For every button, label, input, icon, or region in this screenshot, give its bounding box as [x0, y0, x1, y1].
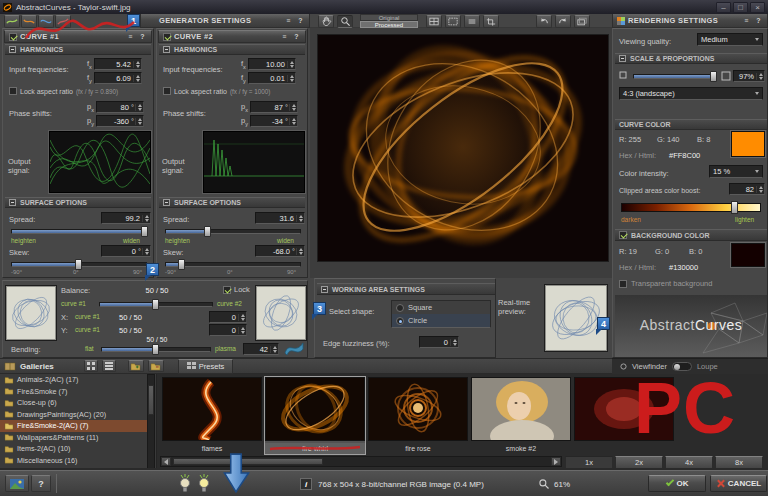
shape-option-square[interactable]: Square [392, 301, 490, 314]
collapse-icon[interactable] [321, 286, 328, 293]
skew-slider[interactable] [165, 262, 301, 267]
scrollbar-thumb[interactable] [148, 385, 154, 415]
menu-icon[interactable]: ≡ [280, 33, 289, 40]
collapse-icon[interactable] [9, 199, 16, 206]
lock-aspect-checkbox[interactable] [163, 87, 171, 95]
main-preview[interactable] [317, 34, 609, 262]
spinner-arrows[interactable] [756, 186, 763, 193]
shape-option-circle[interactable]: Circle [392, 314, 490, 327]
spinner-arrows[interactable] [296, 215, 303, 222]
menu-icon[interactable]: ≡ [284, 17, 293, 24]
spinner-arrows[interactable] [450, 339, 457, 346]
random-curves-button-3[interactable] [38, 15, 54, 28]
px-spinner[interactable]: 87° [250, 101, 298, 113]
bending-slider[interactable] [101, 347, 211, 352]
edge-fuzziness-spinner[interactable]: 0 [419, 336, 459, 348]
bending-preview-icon[interactable] [283, 339, 305, 357]
presets-scrollbar[interactable] [160, 456, 562, 467]
slider-thumb[interactable] [731, 201, 738, 214]
tab-presets[interactable]: Presets [178, 359, 233, 374]
random-curves-button-1[interactable] [4, 15, 20, 28]
fy-spinner[interactable]: 0.01 [248, 72, 296, 84]
gallery-item[interactable]: Items-2(AC) (10) [0, 443, 148, 455]
scale-slider[interactable] [633, 74, 717, 79]
random-curves-button-4[interactable] [55, 15, 71, 28]
zoom-2x-button[interactable]: 2x [615, 456, 663, 469]
scale-spinner[interactable]: 97% [733, 70, 765, 82]
share-download-arrow-icon[interactable] [222, 452, 250, 494]
fx-spinner[interactable]: 10.00 [248, 58, 296, 70]
spinner-arrows[interactable] [756, 73, 763, 80]
lock-checkbox[interactable] [223, 286, 231, 294]
boost-spinner[interactable]: 82 [729, 183, 765, 195]
lock-aspect-checkbox[interactable] [9, 87, 17, 95]
viewfinder-loupe-toggle[interactable] [672, 362, 692, 371]
menu-icon[interactable]: ≡ [742, 17, 751, 24]
curve2-enable-checkbox[interactable] [163, 33, 171, 41]
skew-spinner[interactable]: 0° [101, 245, 151, 257]
zoom-8x-button[interactable]: 8x [715, 456, 763, 469]
px-spinner[interactable]: 80° [96, 101, 144, 113]
close-button[interactable]: × [750, 2, 765, 13]
spinner-arrows[interactable] [135, 118, 142, 125]
intensity-dropdown[interactable]: 15 % [709, 165, 763, 178]
help-icon[interactable]: ? [296, 17, 305, 24]
maximize-button[interactable]: □ [733, 2, 748, 13]
bg-color-swatch[interactable] [731, 243, 765, 267]
collapse-icon[interactable] [619, 55, 626, 62]
gallery-view-list-button[interactable] [102, 360, 116, 372]
remove-folder-button[interactable] [148, 360, 164, 372]
gallery-view-small-button[interactable] [84, 360, 98, 372]
gallery-item[interactable]: Close-up (6) [0, 397, 148, 409]
spinner-arrows[interactable] [289, 118, 296, 125]
spread-spinner[interactable]: 99.2 [101, 212, 151, 224]
collapse-icon[interactable] [163, 199, 170, 206]
pan-tool-button[interactable] [318, 15, 334, 28]
preset-card[interactable]: smoke #2 [471, 377, 571, 454]
skew-slider[interactable] [11, 262, 147, 267]
spinner-arrows[interactable] [289, 104, 296, 111]
bending-spinner[interactable]: 42 [243, 343, 279, 355]
zoom-4x-button[interactable]: 4x [665, 456, 713, 469]
spread-spinner[interactable]: 31.6 [255, 212, 305, 224]
gallery-mode-button[interactable] [5, 475, 29, 492]
square-radio[interactable] [396, 304, 404, 312]
spinner-arrows[interactable] [287, 61, 294, 68]
help-button[interactable]: ? [31, 475, 51, 492]
gallery-list-scrollbar[interactable] [147, 374, 155, 470]
aspect-ratio-dropdown[interactable]: 4:3 (landscape) [619, 87, 763, 100]
gallery-item-selected[interactable]: Fire&Smoke-2(AC) (7) [0, 420, 148, 432]
menu-icon[interactable]: ≡ [126, 33, 135, 40]
gallery-item[interactable]: Fire&Smoke (7) [0, 386, 148, 398]
skew-spinner[interactable]: -68.0° [255, 245, 305, 257]
curve-color-swatch[interactable] [731, 131, 765, 157]
scroll-left-button[interactable] [161, 457, 171, 466]
gallery-item[interactable]: DrawingsPaintings(AC) (20) [0, 409, 148, 421]
spread-slider[interactable] [165, 229, 301, 234]
curve1-enable-checkbox[interactable] [9, 33, 17, 41]
zoom-tool-button[interactable] [337, 15, 353, 28]
add-folder-button[interactable] [128, 360, 144, 372]
crop-button[interactable] [483, 15, 499, 28]
lamp-off-icon[interactable] [178, 473, 192, 493]
snapshot-button[interactable] [574, 15, 590, 28]
undo-button[interactable] [536, 15, 552, 28]
random-curves-button-2[interactable] [21, 15, 37, 28]
preset-card-selected[interactable]: fire whirl [265, 377, 365, 454]
help-icon[interactable]: ? [138, 33, 147, 40]
minimize-button[interactable]: – [716, 2, 731, 13]
spinner-arrows[interactable] [287, 75, 294, 82]
preset-card[interactable]: fire rose [368, 377, 468, 454]
collapse-icon[interactable] [9, 46, 16, 53]
spinner-arrows[interactable] [238, 314, 245, 321]
spinner-arrows[interactable] [142, 215, 149, 222]
gallery-item[interactable]: Wallpapers&Patterns (11) [0, 432, 148, 444]
y-spinner[interactable]: 0 [209, 324, 247, 336]
gallery-item[interactable]: Animals-2(AC) (17) [0, 374, 148, 386]
curve2-preview-thumbnail[interactable] [255, 285, 307, 341]
help-icon[interactable]: ? [292, 33, 301, 40]
py-spinner[interactable]: -360° [96, 115, 144, 127]
navigator-button[interactable] [426, 15, 442, 28]
spinner-arrows[interactable] [133, 75, 140, 82]
preset-card-partial[interactable] [574, 377, 674, 454]
